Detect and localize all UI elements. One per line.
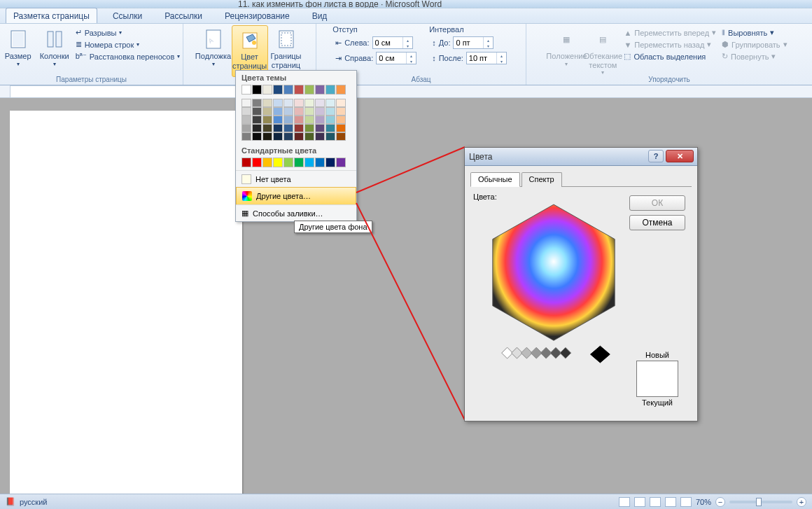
color-swatch[interactable] xyxy=(241,99,251,107)
color-swatch[interactable] xyxy=(241,85,251,95)
bring-forward-button[interactable]: ▲ Переместить вперед ▾ xyxy=(621,27,719,39)
position-button[interactable]: ▦ Положение▾ xyxy=(548,25,584,67)
color-swatch[interactable] xyxy=(262,132,272,141)
zoom-value[interactable]: 70% xyxy=(696,498,711,506)
color-swatch[interactable] xyxy=(315,99,325,107)
no-color-button[interactable]: Нет цвета xyxy=(236,170,356,188)
color-swatch[interactable] xyxy=(252,99,262,107)
color-swatch[interactable] xyxy=(336,132,346,141)
color-swatch[interactable] xyxy=(241,132,251,141)
more-colors-button[interactable]: Другие цвета… xyxy=(236,187,356,205)
color-swatch[interactable] xyxy=(284,116,293,124)
dialog-tab-standard[interactable]: Обычные xyxy=(470,172,520,187)
color-swatch[interactable] xyxy=(273,132,283,141)
color-swatch[interactable] xyxy=(326,85,335,95)
fill-effects-button[interactable]: ▦ Способы заливки… xyxy=(236,204,356,221)
color-swatch[interactable] xyxy=(294,116,304,124)
color-swatch[interactable] xyxy=(241,158,251,167)
view-web[interactable] xyxy=(650,497,661,507)
size-button[interactable]: Размер▾ xyxy=(0,25,36,67)
indent-left-input[interactable]: ▴▾ xyxy=(372,36,413,49)
language-indicator[interactable]: русский xyxy=(20,498,47,506)
color-swatch[interactable] xyxy=(273,107,283,116)
color-swatch[interactable] xyxy=(284,107,293,116)
hex-color-picker[interactable] xyxy=(477,195,630,377)
columns-button[interactable]: Колонки▾ xyxy=(36,25,73,67)
dialog-ok-button[interactable]: ОК xyxy=(629,195,685,211)
color-swatch[interactable] xyxy=(284,99,293,107)
selection-pane-button[interactable]: ⬚ Область выделения xyxy=(621,50,719,62)
send-backward-button[interactable]: ▼ Переместить назад ▾ xyxy=(621,39,719,50)
color-swatch[interactable] xyxy=(326,132,335,141)
color-swatch[interactable] xyxy=(315,158,325,167)
view-draft[interactable] xyxy=(680,497,692,507)
color-swatch[interactable] xyxy=(273,124,283,132)
color-swatch[interactable] xyxy=(241,124,251,132)
align-button[interactable]: ⫴ Выровнять ▾ xyxy=(719,27,790,39)
color-swatch[interactable] xyxy=(326,124,335,132)
color-swatch[interactable] xyxy=(241,116,251,124)
color-swatch[interactable] xyxy=(336,99,346,107)
color-swatch[interactable] xyxy=(294,99,304,107)
color-swatch[interactable] xyxy=(315,116,325,124)
view-outline[interactable] xyxy=(665,497,676,507)
color-swatch[interactable] xyxy=(326,158,335,167)
tab-review[interactable]: Рецензирование xyxy=(218,8,297,23)
color-swatch[interactable] xyxy=(262,124,272,132)
color-swatch[interactable] xyxy=(294,124,304,132)
watermark-button[interactable]: A Подложка▾ xyxy=(195,25,232,67)
color-swatch[interactable] xyxy=(304,107,314,116)
color-swatch[interactable] xyxy=(273,116,283,124)
color-swatch[interactable] xyxy=(304,99,314,107)
color-swatch[interactable] xyxy=(294,132,304,141)
rotate-button[interactable]: ↻ Повернуть ▾ xyxy=(719,50,790,62)
color-swatch[interactable] xyxy=(326,116,335,124)
color-swatch[interactable] xyxy=(336,107,346,116)
color-swatch[interactable] xyxy=(273,158,283,167)
color-swatch[interactable] xyxy=(294,85,304,95)
color-swatch[interactable] xyxy=(315,132,325,141)
color-swatch[interactable] xyxy=(262,158,272,167)
color-swatch[interactable] xyxy=(273,99,283,107)
color-swatch[interactable] xyxy=(252,158,262,167)
color-swatch[interactable] xyxy=(336,124,346,132)
horizontal-ruler[interactable] xyxy=(0,85,812,98)
spellcheck-icon[interactable]: 📕 xyxy=(6,497,15,506)
color-swatch[interactable] xyxy=(252,116,262,124)
color-swatch[interactable] xyxy=(336,158,346,167)
color-swatch[interactable] xyxy=(252,85,262,95)
color-swatch[interactable] xyxy=(304,124,314,132)
color-swatch[interactable] xyxy=(262,99,272,107)
view-full-screen[interactable] xyxy=(634,497,645,507)
dialog-titlebar[interactable]: Цвета ? ✕ xyxy=(465,148,697,166)
zoom-in-button[interactable]: + xyxy=(797,497,806,507)
tab-references[interactable]: Ссылки xyxy=(106,8,149,23)
color-swatch[interactable] xyxy=(315,124,325,132)
zoom-slider[interactable] xyxy=(729,501,792,503)
group-button[interactable]: ⬢ Группировать ▾ xyxy=(719,39,790,50)
hyphenation-button[interactable]: bª⁻ Расстановка переносов ▾ xyxy=(73,50,183,62)
color-swatch[interactable] xyxy=(252,124,262,132)
color-swatch[interactable] xyxy=(315,85,325,95)
view-print-layout[interactable] xyxy=(619,497,630,507)
color-swatch[interactable] xyxy=(304,85,314,95)
color-swatch[interactable] xyxy=(273,85,283,95)
zoom-out-button[interactable]: − xyxy=(715,497,725,507)
color-swatch[interactable] xyxy=(304,158,314,167)
color-swatch[interactable] xyxy=(284,124,293,132)
color-swatch[interactable] xyxy=(294,107,304,116)
line-numbers-button[interactable]: ≣ Номера строк ▾ xyxy=(73,39,183,50)
color-swatch[interactable] xyxy=(315,107,325,116)
color-swatch[interactable] xyxy=(294,158,304,167)
color-swatch[interactable] xyxy=(284,132,293,141)
color-swatch[interactable] xyxy=(284,158,293,167)
dialog-help-button[interactable]: ? xyxy=(648,150,664,162)
indent-right-input[interactable]: ▴▾ xyxy=(376,52,416,64)
color-swatch[interactable] xyxy=(262,107,272,116)
spacing-before-input[interactable]: ▴▾ xyxy=(453,36,493,49)
color-swatch[interactable] xyxy=(252,132,262,141)
wrap-button[interactable]: ▤ Обтекание текстом▾ xyxy=(584,25,621,76)
page[interactable] xyxy=(10,111,242,503)
color-swatch[interactable] xyxy=(326,107,335,116)
color-swatch[interactable] xyxy=(336,116,346,124)
